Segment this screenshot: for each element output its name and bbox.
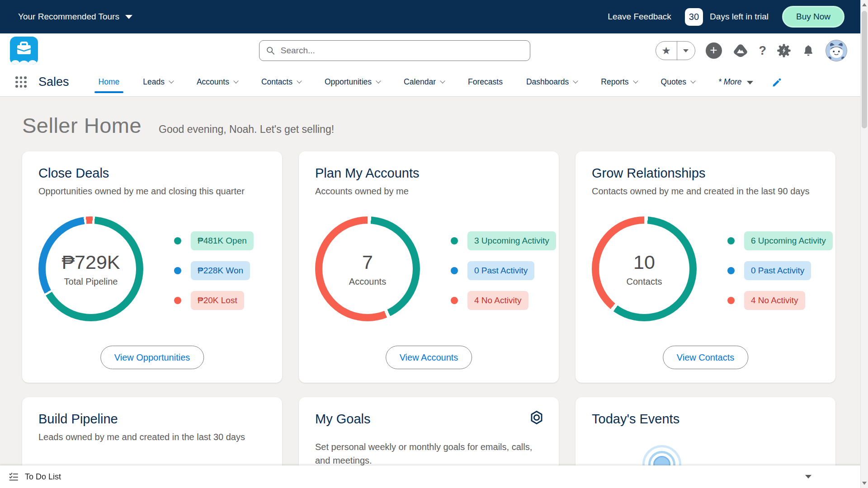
chevron-down-icon[interactable] (573, 78, 578, 83)
chevron-down-icon[interactable] (297, 78, 302, 83)
tab-dashboards[interactable]: Dashboards (525, 68, 579, 96)
trailhead-guidance-button[interactable] (732, 43, 749, 58)
search-input[interactable] (280, 45, 524, 56)
app-launcher-icon[interactable] (15, 76, 27, 88)
notifications-button[interactable] (802, 44, 815, 57)
pipeline-donut-chart: ₱729K Total Pipeline (38, 216, 143, 321)
legend-item-won[interactable]: ₱228K Won (174, 261, 254, 280)
donut-center-label: Accounts (349, 277, 386, 287)
recommended-tours-menu[interactable]: Your Recommended Tours (18, 12, 132, 22)
donut-center-label: Total Pipeline (64, 277, 118, 287)
view-accounts-button[interactable]: View Accounts (386, 346, 472, 369)
donut-center-value: 7 (362, 251, 373, 273)
scrollbar-thumb[interactable] (862, 11, 867, 128)
leave-feedback-link[interactable]: Leave Feedback (608, 12, 671, 22)
teal-dot-icon (727, 237, 735, 244)
donut-center-label: Contacts (627, 277, 662, 287)
red-dot-icon (727, 297, 735, 304)
global-search[interactable] (259, 40, 530, 61)
chart-legend: ₱481K Open ₱228K Won ₱20K Lost (174, 231, 254, 310)
legend-item-upcoming[interactable]: 3 Upcoming Activity (451, 231, 556, 250)
chart-legend: 3 Upcoming Activity 0 Past Activity 4 No… (451, 231, 556, 310)
legend-item-past[interactable]: 0 Past Activity (727, 261, 833, 280)
tab-opportunities[interactable]: Opportunities (323, 68, 382, 96)
user-avatar[interactable] (826, 40, 847, 61)
chevron-down-icon[interactable] (169, 78, 174, 83)
help-button[interactable]: ? (759, 44, 767, 58)
tab-calendar[interactable]: Calendar (402, 68, 446, 96)
app-navigation-bar: Sales Home Leads Accounts Contacts Oppor… (0, 68, 868, 97)
card-title: Build Pipeline (38, 412, 266, 427)
tab-quotes[interactable]: Quotes (660, 68, 696, 96)
favorite-star-button[interactable]: ★ (656, 41, 677, 60)
view-contacts-button[interactable]: View Contacts (663, 346, 748, 369)
card-subtitle: Opportunities owned by me and closing th… (38, 186, 266, 197)
tab-contacts[interactable]: Contacts (260, 68, 302, 96)
tab-accounts[interactable]: Accounts (195, 68, 239, 96)
greeting-text: Good evening, Noah. Let's get selling! (159, 123, 334, 136)
goals-settings-button[interactable] (529, 410, 544, 427)
edit-navigation-button[interactable] (772, 77, 783, 88)
card-title: Grow Relationships (592, 166, 819, 181)
favorites-dropdown-button[interactable] (677, 42, 695, 60)
tab-home[interactable]: Home (97, 68, 121, 96)
question-mark-icon: ? (759, 44, 767, 58)
legend-item-open[interactable]: ₱481K Open (174, 231, 254, 250)
todo-list-button[interactable]: To Do List (25, 472, 61, 482)
card-subtitle: Accounts owned by me (315, 186, 542, 197)
card-subtitle: Set personal weekly or monthly goals for… (315, 440, 542, 467)
favorites-control: ★ (656, 41, 695, 60)
teal-dot-icon (451, 237, 458, 244)
chevron-down-icon[interactable] (376, 78, 381, 83)
buy-now-button[interactable]: Buy Now (782, 6, 844, 28)
tab-leads[interactable]: Leads (142, 68, 175, 96)
close-deals-card: Close Deals Opportunities owned by me an… (22, 151, 282, 383)
card-subtitle: Leads owned by me and created in the las… (38, 432, 266, 442)
trial-utility-bar: Your Recommended Tours Leave Feedback 30… (0, 0, 868, 33)
chevron-down-icon[interactable] (233, 78, 238, 83)
legend-item-none[interactable]: 4 No Activity (451, 291, 556, 310)
card-title: My Goals (315, 412, 542, 427)
page-title: Seller Home (22, 113, 142, 138)
donut-center-value: 10 (633, 251, 655, 273)
chart-legend: 6 Upcoming Activity 0 Past Activity 4 No… (727, 231, 833, 310)
search-icon (266, 46, 275, 56)
legend-item-past[interactable]: 0 Past Activity (451, 261, 556, 280)
chevron-down-icon[interactable] (690, 78, 695, 83)
legend-item-lost[interactable]: ₱20K Lost (174, 291, 254, 310)
teal-dot-icon (174, 237, 181, 244)
plan-my-accounts-card: Plan My Accounts Accounts owned by me 7 … (299, 151, 559, 383)
card-subtitle: Contacts owned by me and created in the … (592, 186, 819, 197)
red-dot-icon (451, 297, 458, 304)
chevron-down-icon[interactable] (633, 78, 638, 83)
scroll-up-arrow-icon[interactable] (862, 3, 867, 6)
caret-down-icon[interactable] (747, 81, 753, 84)
tab-forecasts[interactable]: Forecasts (467, 68, 504, 96)
nav-tabs: Home Leads Accounts Contacts Opportuniti… (97, 68, 755, 96)
global-header: ★ + ? (0, 33, 868, 68)
card-title: Plan My Accounts (315, 166, 542, 181)
red-dot-icon (174, 297, 181, 304)
chevron-down-icon[interactable] (440, 78, 445, 83)
tab-more[interactable]: * More (717, 68, 755, 96)
legend-item-upcoming[interactable]: 6 Upcoming Activity (727, 231, 833, 250)
trailhead-mountain-icon (732, 43, 749, 58)
briefcase-cloud-icon (10, 37, 38, 65)
recommended-tours-label: Your Recommended Tours (18, 12, 119, 22)
scroll-down-arrow-icon[interactable] (862, 482, 867, 485)
accounts-donut-chart: 7 Accounts (315, 216, 420, 321)
blue-dot-icon (174, 267, 181, 274)
global-actions-button[interactable]: + (706, 42, 722, 59)
view-opportunities-button[interactable]: View Opportunities (100, 346, 204, 369)
tab-reports[interactable]: Reports (599, 68, 638, 96)
setup-button[interactable] (777, 43, 791, 58)
trial-days-group: 30 Days left in trial (685, 8, 769, 26)
salesforce-app-logo[interactable] (10, 37, 38, 65)
vertical-scrollbar[interactable] (860, 0, 868, 488)
collapse-caret-icon[interactable] (805, 475, 811, 479)
donut-center-value: ₱729K (61, 251, 120, 273)
card-title: Close Deals (38, 166, 266, 181)
legend-item-none[interactable]: 4 No Activity (727, 291, 833, 310)
chevron-down-icon (683, 49, 689, 52)
utility-bar: To Do List (0, 465, 860, 488)
